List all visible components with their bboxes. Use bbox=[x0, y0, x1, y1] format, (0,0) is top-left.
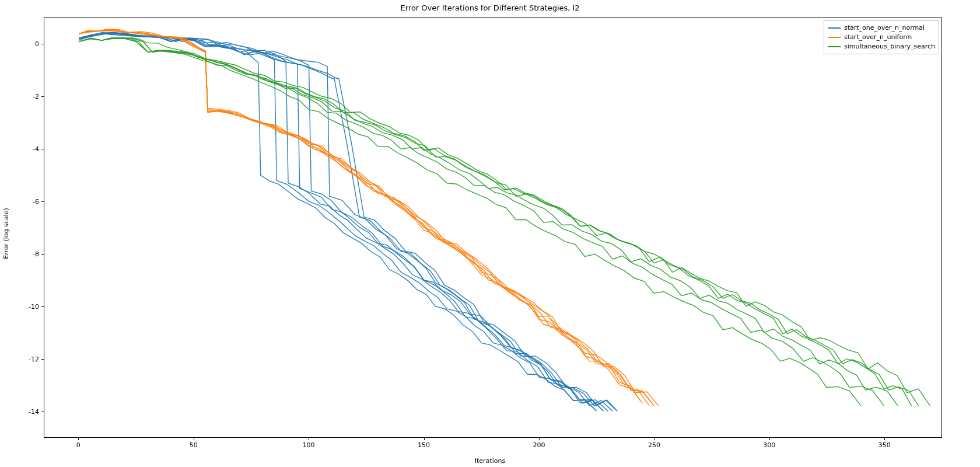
legend-label: simultaneous_binary_search bbox=[844, 42, 935, 51]
series-line bbox=[79, 38, 898, 406]
series-line bbox=[79, 38, 912, 406]
series-line bbox=[79, 33, 617, 411]
y-tick-label: -10 bbox=[29, 303, 39, 311]
x-tick-label: 250 bbox=[648, 441, 660, 449]
x-tick-label: 50 bbox=[190, 441, 198, 449]
y-axis-label: Error (log scale) bbox=[2, 208, 10, 259]
series-line bbox=[79, 38, 918, 406]
series-line bbox=[79, 38, 930, 406]
x-tick-label: 350 bbox=[878, 441, 891, 449]
series-svg bbox=[44, 18, 942, 437]
legend-item: start_over_n_uniform bbox=[828, 33, 935, 42]
series-line bbox=[79, 33, 608, 411]
x-tick-label: 100 bbox=[303, 441, 315, 449]
legend-swatch bbox=[828, 27, 841, 29]
x-tick-label: 0 bbox=[76, 441, 80, 449]
legend-swatch bbox=[828, 46, 841, 47]
y-tick-label: -4 bbox=[33, 145, 39, 153]
series-line bbox=[79, 32, 617, 411]
y-tick-label: -14 bbox=[29, 408, 39, 416]
chart-title: Error Over Iterations for Different Stra… bbox=[0, 4, 980, 12]
y-tick-label: -6 bbox=[33, 198, 39, 205]
series-line bbox=[79, 33, 612, 411]
series-line bbox=[79, 33, 596, 411]
plot-area: start_one_over_n_normal start_over_n_uni… bbox=[44, 18, 942, 438]
y-tick-label: -12 bbox=[29, 356, 39, 363]
legend-label: start_one_over_n_normal bbox=[844, 23, 925, 33]
chart-figure: Error Over Iterations for Different Stra… bbox=[0, 0, 980, 467]
legend: start_one_over_n_normal start_over_n_uni… bbox=[824, 20, 939, 54]
legend-item: start_one_over_n_normal bbox=[828, 23, 935, 33]
y-tick-label: 0 bbox=[35, 40, 39, 48]
x-axis-label: Iterations bbox=[0, 457, 980, 465]
y-tick-label: -2 bbox=[33, 93, 39, 100]
legend-label: start_over_n_uniform bbox=[844, 33, 912, 42]
x-tick-label: 200 bbox=[533, 441, 545, 449]
series-line bbox=[79, 34, 596, 411]
y-tick-label: -8 bbox=[33, 250, 39, 258]
x-tick-label: 150 bbox=[418, 441, 430, 449]
series-line bbox=[79, 39, 861, 406]
x-tick-label: 300 bbox=[763, 441, 775, 449]
series-line bbox=[79, 39, 884, 406]
legend-swatch bbox=[828, 37, 841, 38]
legend-item: simultaneous_binary_search bbox=[828, 42, 935, 51]
